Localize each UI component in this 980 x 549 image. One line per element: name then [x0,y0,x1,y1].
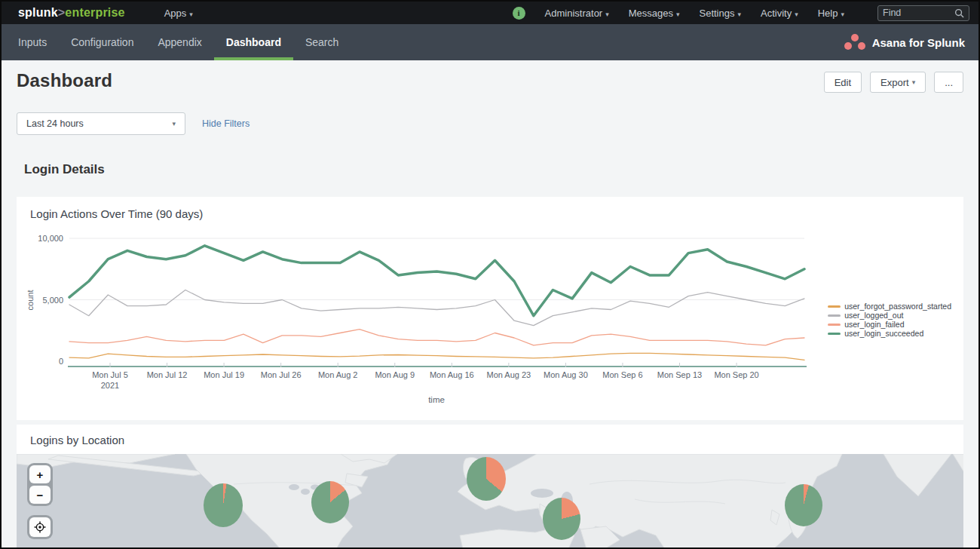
topbar-menu-settings[interactable]: Settings▾ [700,8,742,19]
svg-text:Mon Aug 30: Mon Aug 30 [544,370,588,379]
section-title: Login Details [17,162,963,177]
svg-text:Mon Jul 12: Mon Jul 12 [147,370,188,379]
page-actions: Edit Export▾ ... [824,70,963,93]
legend-label: user_forgot_password_started [844,302,951,311]
app-window: splunk>enterprise Apps▾ i Administrator▾… [0,0,980,549]
legend-label: user_logged_out [844,311,903,320]
asana-logo-icon [844,34,865,51]
legend-item-user_logged_out[interactable]: user_logged_out [828,311,951,320]
svg-text:Mon Aug 16: Mon Aug 16 [430,370,474,379]
app-brand-label: Asana for Splunk [872,36,965,49]
tab-appendix[interactable]: Appendix [145,24,213,60]
caret-down-icon: ▾ [795,11,798,18]
caret-down-icon: ▾ [172,120,176,127]
legend-swatch [828,333,841,335]
tab-dashboard[interactable]: Dashboard [214,24,293,60]
topbar-menu-messages[interactable]: Messages▾ [629,8,680,19]
top-bar: splunk>enterprise Apps▾ i Administrator▾… [2,2,978,24]
zoom-out-button[interactable]: − [29,486,51,504]
svg-text:Mon Jul 26: Mon Jul 26 [261,370,302,379]
caret-down-icon: ▾ [189,11,193,18]
caret-down-icon: ▾ [676,11,680,18]
caret-down-icon: ▾ [912,78,916,86]
legend-item-user_login_failed[interactable]: user_login_failed [828,320,951,329]
legend-item-user_forgot_password_started[interactable]: user_forgot_password_started [828,302,951,311]
tab-configuration[interactable]: Configuration [59,24,145,60]
locate-icon [34,521,46,533]
topbar-menu-activity[interactable]: Activity▾ [761,8,798,19]
legend-item-user_login_succeeded[interactable]: user_login_succeeded [828,329,951,338]
svg-text:Mon Jul 5: Mon Jul 5 [92,370,128,379]
chart-legend: user_forgot_password_starteduser_logged_… [828,302,951,338]
caret-down-icon: ▾ [841,11,844,18]
svg-text:time: time [428,395,445,404]
svg-text:Mon Sep 20: Mon Sep 20 [714,370,758,379]
topbar-menu-help[interactable]: Help▾ [818,8,844,19]
apps-menu[interactable]: Apps▾ [164,8,193,19]
app-brand: Asana for Splunk [844,24,965,60]
map-locate-control [27,515,53,539]
login-pie-japan[interactable] [785,484,822,526]
svg-text:0: 0 [59,357,63,366]
svg-text:Mon Jul 19: Mon Jul 19 [204,370,244,379]
tab-search[interactable]: Search [293,24,351,60]
chart-title: Login Actions Over Time (90 days) [17,197,963,220]
svg-text:Mon Sep 6: Mon Sep 6 [602,370,642,379]
caret-down-icon: ▾ [605,11,609,18]
map-title: Logins by Location [17,425,963,446]
locate-button[interactable] [29,517,51,537]
legend-swatch [828,314,841,317]
login-pie-western-europe[interactable] [467,457,506,501]
svg-text:5,000: 5,000 [42,296,63,305]
legend-label: user_login_failed [844,320,904,329]
map-controls: + − [27,463,53,539]
legend-label: user_login_succeeded [844,329,923,338]
find-search-box[interactable] [877,5,969,21]
svg-text:Mon Sep 13: Mon Sep 13 [657,370,702,379]
legend-swatch [828,305,841,308]
zoom-in-button[interactable]: + [29,465,51,483]
export-button[interactable]: Export▾ [870,72,926,93]
world-map[interactable]: + − [17,454,963,549]
legend-swatch [828,324,841,326]
app-nav-bar: InputsConfigurationAppendixDashboardSear… [2,24,978,60]
topbar-menu: i Administrator▾Messages▾Settings▾Activi… [513,5,969,21]
login-actions-panel: Login Actions Over Time (90 days) 05,000… [17,197,963,420]
login-actions-chart: 05,00010,000countMon Jul 52021Mon Jul 12… [17,223,966,421]
login-pie-us-west[interactable] [204,483,243,527]
hide-filters-link[interactable]: Hide Filters [202,118,250,129]
login-pie-middle-east[interactable] [543,498,580,540]
svg-text:10,000: 10,000 [38,234,63,243]
logins-by-location-panel: Logins by Location + − [17,425,963,549]
time-range-value: Last 24 hours [26,118,84,129]
search-icon [954,8,964,18]
more-actions-button[interactable]: ... [934,72,963,93]
svg-text:Mon Aug 2: Mon Aug 2 [318,370,358,379]
svg-text:count: count [26,290,35,311]
app-tabs: InputsConfigurationAppendixDashboardSear… [6,24,351,60]
svg-text:Mon Aug 23: Mon Aug 23 [486,370,531,379]
svg-text:2021: 2021 [101,381,119,390]
svg-text:Mon Aug 9: Mon Aug 9 [375,370,415,379]
time-range-dropdown[interactable]: Last 24 hours ▾ [17,112,185,135]
login-pie-us-east[interactable] [311,481,349,523]
page-title: Dashboard [17,70,112,91]
topbar-menu-administrator[interactable]: Administrator▾ [545,8,609,19]
caret-down-icon: ▾ [737,11,741,18]
splunk-logo[interactable]: splunk>enterprise [18,6,125,20]
tab-inputs[interactable]: Inputs [6,24,59,60]
find-input[interactable] [883,8,954,18]
info-icon[interactable]: i [513,7,525,20]
map-zoom-control: + − [27,463,53,506]
edit-button[interactable]: Edit [824,72,862,93]
